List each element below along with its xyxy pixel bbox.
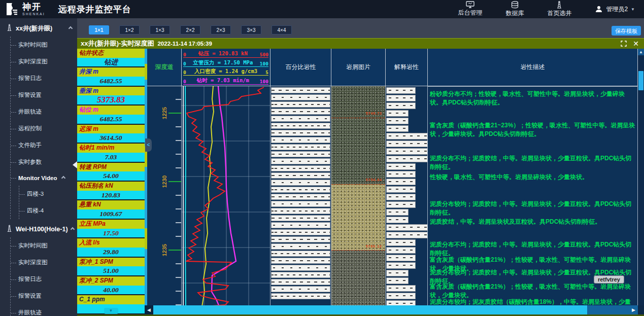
parameter-label: 泵冲_2 SPM xyxy=(77,276,145,286)
lithology-dash-pattern xyxy=(272,253,330,254)
chevron-up-icon[interactable] xyxy=(61,176,65,180)
lithology-dash-pattern xyxy=(387,97,415,98)
legend-max-value: 100 xyxy=(260,61,268,66)
parameter-group: 钻位 m6482.55 xyxy=(77,106,145,124)
lithology-percent-row xyxy=(271,293,330,299)
legend-curve-text: 入口密度 = 1.24 g/cm3 xyxy=(194,68,257,75)
track-collapse-tab[interactable]: < xyxy=(145,138,152,152)
close-icon[interactable]: ✕ xyxy=(633,40,639,47)
lithology-percent-row xyxy=(271,101,330,108)
sidebar-collapse-arrow-icon[interactable] xyxy=(73,161,77,168)
expand-icon[interactable] xyxy=(621,41,627,47)
lithology-percent-row xyxy=(271,87,330,93)
lithology-description-row: 泥质胶结，中等。岩屑呈块状及豆粒状。具PDC钻头切削特征。 xyxy=(428,218,635,226)
lithology-description-row: 性较硬，吸水性、可塑性中等。岩屑呈碎块状，少量块状。 xyxy=(428,173,635,182)
legend-curve-text: 钻压 = 120.83 kN xyxy=(198,50,248,57)
interpreted-lithology-bar xyxy=(386,110,409,117)
lithology-dash-pattern xyxy=(272,111,330,112)
parameter-value: 7.03 xyxy=(77,153,145,162)
sidebar-item-monitor-video[interactable]: Monitor Video xyxy=(11,170,77,186)
interpreted-lithology-bar xyxy=(386,201,416,208)
parameter-group: 立压 MPa17.50 xyxy=(77,220,145,238)
layout-button-2x3[interactable]: 2×3 xyxy=(211,25,231,34)
lithology-dash-pattern xyxy=(272,289,330,290)
sidebar-item-文件助手[interactable]: 文件助手 xyxy=(11,137,77,154)
interpreted-lithology-bar xyxy=(386,148,428,155)
panel-title: xx井(新井眼)-实时深度图 xyxy=(81,39,154,48)
sidebar-item-四楼-4[interactable]: 四楼-4 xyxy=(19,202,77,219)
parameter-label: 钻井状态 xyxy=(77,49,145,58)
percent-lithology-header: 百分比岩性 xyxy=(270,49,331,86)
lithology-percent-row xyxy=(271,286,330,292)
sidebar-item-实时参数[interactable]: 实时参数 xyxy=(11,154,77,170)
sidebar-well-node[interactable]: xx井(新井眼) xyxy=(0,18,77,37)
lithology-percent-row xyxy=(271,208,330,214)
brand-name-en: SHENKAI xyxy=(22,12,45,16)
parameter-group: 转速 RPM54.00 xyxy=(77,163,145,182)
sidebar-item-井眼轨迹[interactable]: 井眼轨迹 xyxy=(11,103,77,120)
parameter-value: 6482.55 xyxy=(77,77,145,86)
menu-database[interactable]: 数据库 xyxy=(505,1,524,18)
legend-min-value: 0 xyxy=(183,79,186,84)
derrick-icon xyxy=(6,24,13,33)
layout-button-3x3[interactable]: 3×3 xyxy=(241,25,261,34)
chevron-up-icon[interactable] xyxy=(70,227,74,231)
parameter-value: 5373.83 xyxy=(77,95,145,104)
well-name: xx井(新井眼) xyxy=(16,24,52,33)
layout-button-1x3[interactable]: 1×3 xyxy=(150,25,170,34)
horizontal-scrollbar[interactable]: ◀ ▶ xyxy=(145,305,638,314)
scroll-left-arrow-icon[interactable]: ◀ xyxy=(145,305,153,314)
percent-lithology-column xyxy=(270,86,331,305)
params-scroll-down-icon[interactable]: ▼ xyxy=(104,308,118,314)
lithology-dash-pattern xyxy=(387,234,428,235)
sidebar-item-报警日志[interactable]: 报警日志 xyxy=(11,70,77,87)
lithology-dash-pattern xyxy=(387,143,428,144)
realtime-depth-panel: xx井(新井眼)-实时深度图 2022-11-14 17:05:39 ✕ 钻井状… xyxy=(77,38,644,316)
sidebar-item-四楼-3[interactable]: 四楼-3 xyxy=(19,186,77,202)
lithology-dash-pattern xyxy=(272,118,330,119)
scroll-up-arrow-icon[interactable]: ▲ xyxy=(638,49,644,55)
menu-backend-admin[interactable]: 后台管理 xyxy=(458,1,482,17)
sidebar-item-实时深度图[interactable]: 实时深度图 xyxy=(11,53,77,70)
lithology-dash-pattern xyxy=(272,104,330,105)
user-menu[interactable]: 管理员2 ▼ xyxy=(595,5,635,14)
layout-button-1x2[interactable]: 1×2 xyxy=(119,25,140,34)
scroll-right-arrow-icon[interactable]: ▶ xyxy=(629,305,638,314)
parameter-value: 6482.55 xyxy=(77,115,145,124)
parameter-value: 40.00 xyxy=(77,286,145,295)
horizontal-scroll-thumb[interactable] xyxy=(153,305,587,314)
vertical-scroll-thumb[interactable] xyxy=(638,71,643,90)
sidebar-item-报警设置[interactable]: 报警设置 xyxy=(11,288,77,304)
chevron-up-icon[interactable] xyxy=(69,26,73,30)
lithology-percent-row xyxy=(271,272,330,278)
lithology-percent-row xyxy=(271,172,330,179)
user-icon xyxy=(595,5,603,13)
layout-button-2x2[interactable]: 2×2 xyxy=(180,25,200,34)
cuttings-photo-header: 岩屑图片 xyxy=(331,49,386,86)
sidebar-item-报警设置[interactable]: 报警设置 xyxy=(11,87,77,103)
sidebar-item-实时时间图[interactable]: 实时时间图 xyxy=(11,237,77,254)
depth-log-chart: 深度道 0钻压 = 120.83 kN5000立管压力 = 17.50 MPa1… xyxy=(145,49,644,314)
lithology-percent-row xyxy=(271,109,330,115)
sidebar-item-实时时间图[interactable]: 实时时间图 xyxy=(11,37,77,53)
sidebar-item-远程控制[interactable]: 远程控制 xyxy=(11,120,77,137)
sidebar-item-实时深度图[interactable]: 实时深度图 xyxy=(11,254,77,271)
lithology-percent-row xyxy=(271,265,330,271)
svg-text:1235: 1235 xyxy=(161,244,167,256)
save-template-button[interactable]: 保存模板 xyxy=(612,26,641,36)
vertical-scrollbar[interactable]: ▲ xyxy=(638,49,644,305)
layout-button-1x1[interactable]: 1×1 xyxy=(89,25,109,34)
sidebar-well-node[interactable]: Wei-H100(Hole-1) xyxy=(0,219,77,237)
interpreted-lithology-bar xyxy=(386,293,416,299)
lithology-dash-pattern xyxy=(272,267,330,268)
menu-home-well-select[interactable]: 首页选井 xyxy=(547,1,571,18)
svg-text:1225: 1225 xyxy=(161,107,167,119)
parameter-group: 钻时1 min/m7.03 xyxy=(77,144,145,162)
depth-track: 122512301235 xyxy=(147,86,182,305)
sidebar-item-报警日志[interactable]: 报警日志 xyxy=(11,271,77,288)
parameter-value: 51.00 xyxy=(77,266,145,275)
interpreted-lithology-bar xyxy=(386,194,416,200)
layout-button-4x4[interactable]: 4×4 xyxy=(272,25,292,34)
sidebar-item-井眼轨迹[interactable]: 井眼轨迹 xyxy=(11,304,77,316)
lithology-percent-row xyxy=(271,158,330,164)
